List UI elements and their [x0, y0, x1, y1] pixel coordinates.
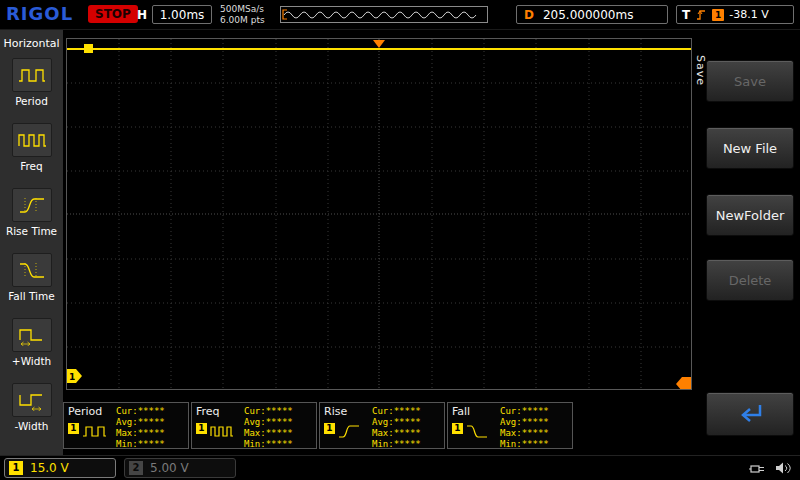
graticule: 1 [67, 39, 691, 389]
measurement-avg: Avg:***** [500, 417, 549, 427]
sidebar-item-freq: Freq [0, 119, 63, 184]
measurement-results-row: Period 1 Cur:***** Avg:***** Max:***** M… [63, 402, 573, 449]
freq-icon [17, 129, 47, 151]
measurement-min: Min:***** [500, 439, 549, 449]
rise-time-icon [17, 194, 47, 216]
trigger-level-marker [676, 377, 691, 389]
measurement-max: Max:***** [244, 428, 293, 438]
channel2-status[interactable]: 2 5.00 V [124, 458, 236, 478]
measurement-name: Freq [196, 405, 220, 418]
trigger-source-badge: 1 [712, 9, 724, 21]
channel1-status[interactable]: 1 15.0 V [4, 458, 116, 478]
channel2-badge: 2 [129, 461, 143, 475]
measurement-box-rise[interactable]: Rise 1 Cur:***** Avg:***** Max:***** Min… [319, 402, 445, 449]
channel2-scale: 5.00 V [150, 461, 189, 475]
period-icon [17, 64, 47, 86]
rigol-logo: RIGOL [6, 3, 73, 24]
trigger-slope-icon [695, 8, 707, 21]
timebase-readout: 1.00ms [152, 5, 212, 24]
measurement-max: Max:***** [372, 428, 421, 438]
new-file-button[interactable]: New File [706, 127, 794, 169]
sidebar-item-neg-width: -Width [0, 379, 63, 444]
back-button[interactable] [706, 392, 794, 436]
sidebar-item-fall-time: Fall Time [0, 249, 63, 314]
sample-rate: 500MSa/s [220, 4, 265, 15]
channel1-offset-marker: 1 [67, 369, 82, 383]
top-status-bar: RIGOL STOP H 1.00ms 500MSa/s 6.00M pts D… [0, 0, 800, 30]
sidebar-item-rise-time: Rise Time [0, 184, 63, 249]
measurement-avg: Avg:***** [372, 417, 421, 427]
acquisition-info: 500MSa/s 6.00M pts [220, 4, 265, 26]
measurement-cur: Cur:***** [372, 406, 421, 416]
measurement-avg: Avg:***** [244, 417, 293, 427]
svg-text:1: 1 [69, 372, 75, 382]
measurement-name: Rise [324, 405, 347, 418]
channel1-scale: 15.0 V [30, 461, 69, 475]
rise-time-measure-button[interactable] [12, 188, 52, 222]
oscilloscope-screen: RIGOL STOP H 1.00ms 500MSa/s 6.00M pts D… [0, 0, 800, 480]
measurement-max: Max:***** [116, 428, 165, 438]
pos-width-measure-button[interactable] [12, 318, 52, 352]
freq-icon [209, 421, 235, 441]
channel1-badge: 1 [9, 461, 23, 475]
sidebar-item-label: Freq [20, 160, 43, 172]
measurement-max: Max:***** [500, 428, 549, 438]
sidebar-title: Horizontal [0, 30, 63, 54]
measurement-cur: Cur:***** [116, 406, 165, 416]
fall-time-icon [465, 421, 491, 441]
pos-width-icon [17, 324, 47, 346]
softkey-menu: Save Save New File NewFolder Delete [692, 30, 800, 455]
return-arrow-icon [732, 401, 768, 427]
sidebar-item-period: Period [0, 54, 63, 119]
horizontal-label: H [137, 8, 147, 22]
measurement-box-fall[interactable]: Fall 1 Cur:***** Avg:***** Max:***** Min… [447, 402, 573, 449]
waveform-preview [280, 6, 488, 23]
channel-badge: 1 [196, 423, 207, 434]
speaker-icon [774, 461, 792, 476]
measurement-min: Min:***** [372, 439, 421, 449]
delay-readout: D 205.000000ms [516, 5, 668, 24]
measure-sidebar: Horizontal Period Freq [0, 30, 63, 455]
trigger-position-marker [373, 40, 385, 48]
trigger-label: T [682, 8, 690, 22]
measurement-min: Min:***** [116, 439, 165, 449]
neg-width-measure-button[interactable] [12, 383, 52, 417]
run-state-badge: STOP [88, 5, 138, 23]
trigger-level-value: -38.1 V [729, 8, 768, 21]
sidebar-item-label: -Width [15, 420, 49, 432]
channel-badge: 1 [68, 423, 79, 434]
sidebar-item-label: Rise Time [6, 225, 57, 237]
measurement-name: Period [68, 405, 102, 418]
period-icon [81, 421, 107, 441]
rise-time-icon [337, 421, 363, 441]
usb-icon [748, 462, 766, 476]
measurement-box-freq[interactable]: Freq 1 Cur:***** Avg:***** Max:***** Min… [191, 402, 317, 449]
channel-badge: 1 [324, 423, 335, 434]
period-measure-button[interactable] [12, 58, 52, 92]
measurement-cur: Cur:***** [500, 406, 549, 416]
channel-badge: 1 [452, 423, 463, 434]
channel-status-bar: 1 15.0 V 2 5.00 V [0, 455, 800, 480]
measurement-min: Min:***** [244, 439, 293, 449]
measurement-avg: Avg:***** [116, 417, 165, 427]
fall-time-measure-button[interactable] [12, 253, 52, 287]
delete-button[interactable]: Delete [706, 259, 794, 301]
trace-clip-marker [84, 44, 93, 53]
delay-value: 205.000000ms [543, 8, 633, 22]
memory-depth: 6.00M pts [220, 15, 265, 26]
delay-label: D [524, 8, 534, 22]
preview-wave-icon [281, 7, 487, 22]
measurement-cur: Cur:***** [244, 406, 293, 416]
sidebar-item-label: Period [15, 95, 48, 107]
fall-time-icon [17, 259, 47, 281]
save-button[interactable]: Save [706, 60, 794, 102]
sidebar-item-pos-width: +Width [0, 314, 63, 379]
freq-measure-button[interactable] [12, 123, 52, 157]
trigger-readout: T 1 -38.1 V [676, 5, 794, 24]
measurement-name: Fall [452, 405, 470, 418]
measurement-box-period[interactable]: Period 1 Cur:***** Avg:***** Max:***** M… [63, 402, 189, 449]
neg-width-icon [17, 389, 47, 411]
sidebar-item-label: +Width [12, 355, 51, 367]
waveform-display: 1 [66, 38, 692, 390]
new-folder-button[interactable]: NewFolder [706, 194, 794, 236]
